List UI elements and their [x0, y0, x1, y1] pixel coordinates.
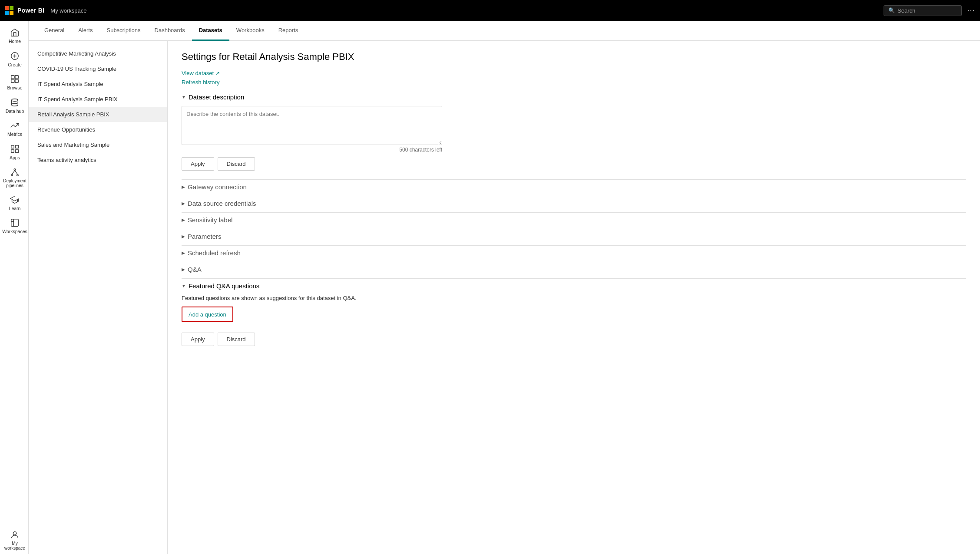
sidebar-item-learn[interactable]: Learn [0, 191, 28, 215]
dataset-description-label: Dataset description [189, 93, 244, 101]
scheduled-refresh-header[interactable]: Scheduled refresh [182, 249, 966, 257]
topbar: Power BI My workspace 🔍 Search ⋯ [0, 0, 980, 21]
sidebar-item-myworkspace[interactable]: My workspace [0, 527, 28, 554]
svg-rect-6 [15, 79, 18, 82]
sidebar-item-datahub[interactable]: Data hub [0, 94, 28, 118]
sidebar-item-apps[interactable]: Apps [0, 141, 28, 164]
qa-section: Q&A [182, 266, 966, 273]
refresh-history-link[interactable]: Refresh history [182, 79, 966, 86]
settings-title: Settings for Retail Analysis Sample PBIX [182, 51, 966, 63]
sidebar-item-myworkspace-label: My workspace [3, 541, 26, 551]
sidebar-item-deployment[interactable]: Deployment pipelines [0, 164, 28, 191]
divider-3 [182, 212, 966, 213]
sidebar-item-browse[interactable]: Browse [0, 71, 28, 94]
dataset-description-textarea[interactable] [182, 106, 442, 145]
sidebar-item-create-label: Create [8, 62, 22, 68]
topbar-left: Power BI My workspace [5, 6, 86, 15]
view-dataset-link[interactable]: View dataset ↗ [182, 70, 220, 76]
divider-5 [182, 245, 966, 246]
qa-label: Q&A [188, 266, 202, 273]
divider-2 [182, 196, 966, 196]
featured-qa-label: Featured Q&A questions [189, 282, 259, 290]
sidebar-item-home[interactable]: Home [0, 24, 28, 48]
inner-layout: Competitive Marketing Analysis COVID-19 … [29, 41, 980, 554]
create-icon [10, 51, 20, 61]
dataset-description-header[interactable]: Dataset description [182, 93, 966, 101]
sidebar: Home Create Browse Data hub Metrics Apps… [0, 21, 29, 554]
dataset-description-discard-button[interactable]: Discard [218, 157, 255, 171]
divider-1 [182, 179, 966, 180]
browse-icon [10, 74, 20, 84]
sensitivity-label-header[interactable]: Sensitivity label [182, 216, 966, 224]
learn-icon [10, 195, 20, 204]
tab-alerts[interactable]: Alerts [71, 21, 99, 41]
parameters-section: Parameters [182, 233, 966, 240]
dataset-item-retail[interactable]: Retail Analysis Sample PBIX [29, 107, 167, 122]
dataset-item-competitive[interactable]: Competitive Marketing Analysis [29, 46, 167, 61]
sidebar-item-deployment-label: Deployment pipelines [3, 178, 26, 188]
tab-dashboards[interactable]: Dashboards [148, 21, 192, 41]
more-options-icon[interactable]: ⋯ [967, 6, 975, 15]
divider-4 [182, 229, 966, 229]
scheduled-refresh-section: Scheduled refresh [182, 249, 966, 257]
dataset-item-covid[interactable]: COVID-19 US Tracking Sample [29, 61, 167, 76]
add-question-box: Add a question [182, 307, 233, 322]
featured-qa-discard-button[interactable]: Discard [218, 333, 255, 346]
tab-general[interactable]: General [37, 21, 71, 41]
dataset-description-apply-button[interactable]: Apply [182, 157, 214, 171]
divider-7 [182, 278, 966, 279]
svg-rect-3 [11, 76, 14, 79]
sensitivity-label-chevron [182, 218, 185, 222]
dataset-item-itspend[interactable]: IT Spend Analysis Sample [29, 76, 167, 92]
featured-qa-chevron [182, 284, 186, 288]
add-question-link[interactable]: Add a question [189, 311, 226, 318]
tab-workbooks[interactable]: Workbooks [229, 21, 271, 41]
qa-header[interactable]: Q&A [182, 266, 966, 273]
sidebar-item-apps-label: Apps [10, 155, 20, 161]
sidebar-item-workspaces[interactable]: Workspaces [0, 214, 28, 238]
topbar-logo: Power BI [5, 6, 44, 15]
metrics-icon [10, 121, 20, 130]
qa-chevron [182, 267, 185, 272]
myworkspace-icon [10, 530, 20, 540]
dataset-item-salesmarketing[interactable]: Sales and Marketing Sample [29, 137, 167, 152]
workspace-name-label: My workspace [50, 7, 86, 14]
dataset-description-section: Dataset description 500 characters left … [182, 93, 966, 171]
dataset-item-teams[interactable]: Teams activity analytics [29, 152, 167, 168]
sensitivity-label-section: Sensitivity label [182, 216, 966, 224]
gateway-connection-header[interactable]: Gateway connection [182, 183, 966, 191]
view-dataset-label: View dataset [182, 70, 214, 76]
svg-rect-8 [11, 145, 14, 148]
main-layout: Home Create Browse Data hub Metrics Apps… [0, 21, 980, 554]
svg-line-15 [12, 170, 15, 174]
data-source-credentials-label: Data source credentials [188, 200, 256, 207]
svg-point-20 [13, 532, 16, 535]
scheduled-refresh-chevron [182, 251, 185, 255]
sidebar-item-create[interactable]: Create [0, 48, 28, 71]
dataset-item-itspendpbix[interactable]: IT Spend Analysis Sample PBIX [29, 92, 167, 107]
svg-rect-17 [11, 219, 19, 227]
apps-icon [10, 144, 20, 154]
data-source-credentials-header[interactable]: Data source credentials [182, 200, 966, 207]
svg-line-16 [15, 170, 17, 174]
tab-subscriptions[interactable]: Subscriptions [99, 21, 147, 41]
search-placeholder: Search [897, 7, 915, 14]
sidebar-item-browse-label: Browse [7, 85, 22, 91]
featured-qa-apply-button[interactable]: Apply [182, 333, 214, 346]
tab-datasets[interactable]: Datasets [192, 21, 229, 41]
svg-rect-11 [16, 150, 18, 152]
tab-nav: General Alerts Subscriptions Dashboards … [29, 21, 980, 41]
tab-reports[interactable]: Reports [271, 21, 305, 41]
sidebar-item-datahub-label: Data hub [6, 109, 24, 114]
search-icon: 🔍 [888, 7, 895, 13]
divider-6 [182, 262, 966, 262]
sidebar-item-metrics[interactable]: Metrics [0, 117, 28, 141]
dataset-description-btn-row: Apply Discard [182, 157, 966, 171]
search-box[interactable]: 🔍 Search [884, 5, 962, 16]
gateway-connection-chevron [182, 185, 185, 189]
parameters-header[interactable]: Parameters [182, 233, 966, 240]
dataset-item-revenue[interactable]: Revenue Opportunities [29, 122, 167, 137]
featured-qa-header[interactable]: Featured Q&A questions [182, 282, 966, 290]
gateway-connection-label: Gateway connection [188, 183, 247, 191]
sidebar-item-metrics-label: Metrics [7, 132, 22, 137]
